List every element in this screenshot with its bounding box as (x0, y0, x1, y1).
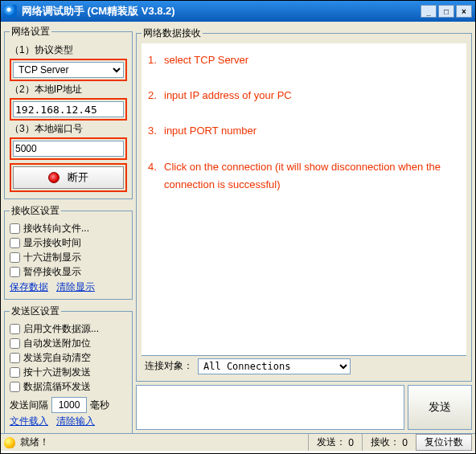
window-controls: _ □ × (421, 5, 472, 18)
instruction-2: 2.input IP address of your PC (148, 87, 460, 104)
recv-check-0[interactable]: 接收转向文件... (10, 221, 127, 235)
disconnect-button[interactable]: 断开 (13, 166, 124, 189)
send-check-0[interactable]: 启用文件数据源... (10, 321, 127, 336)
port-input[interactable] (13, 141, 124, 157)
send-check-1[interactable]: 自动发送附加位 (10, 336, 127, 350)
target-row: 连接对象： All Connections (142, 355, 466, 376)
recv-check-2[interactable]: 十六进制显示 (10, 250, 127, 264)
checkbox[interactable] (10, 252, 20, 263)
send-check-2[interactable]: 发送完自动清空 (10, 350, 127, 365)
content-area: 网络设置 （1）协议类型 TCP Server （2）本地IP地址 （3）本地端… (1, 22, 475, 433)
checkbox[interactable] (10, 238, 20, 248)
recv-area-group: 网络数据接收 1.select TCP Server 2.input IP ad… (136, 27, 472, 382)
status-ready: 就绪！ (20, 436, 49, 449)
status-recv: 接收： 0 (362, 434, 416, 451)
send-settings-legend: 发送区设置 (10, 305, 61, 318)
left-panel: 网络设置 （1）协议类型 TCP Server （2）本地IP地址 （3）本地端… (4, 25, 133, 430)
instruction-4: 4.Click on the connection (it will show … (148, 158, 460, 194)
ip-input[interactable] (13, 101, 124, 117)
checkbox[interactable] (10, 338, 20, 349)
network-settings-legend: 网络设置 (10, 25, 51, 39)
checkbox[interactable] (10, 223, 20, 234)
bulb-icon (4, 437, 15, 448)
target-label: 连接对象： (145, 359, 193, 373)
right-panel: 网络数据接收 1.select TCP Server 2.input IP ad… (136, 25, 472, 430)
recv-settings-legend: 接收区设置 (10, 204, 61, 218)
ip-highlight (10, 98, 127, 121)
send-interval-row: 发送间隔 毫秒 (10, 397, 127, 413)
protocol-label: （1）协议类型 (10, 43, 127, 57)
ip-label: （2）本地IP地址 (10, 83, 127, 96)
send-settings-group: 发送区设置 启用文件数据源... 自动发送附加位 发送完自动清空 按十六进制发送… (4, 305, 133, 434)
recv-check-3[interactable]: 暂停接收显示 (10, 264, 127, 279)
checkbox[interactable] (10, 382, 20, 392)
target-select[interactable]: All Connections (198, 358, 351, 374)
clear-input-link[interactable]: 清除输入 (56, 415, 95, 428)
send-check-4[interactable]: 数据流循环发送 (10, 379, 127, 394)
instruction-1: 1.select TCP Server (148, 51, 460, 69)
app-icon (4, 5, 17, 18)
protocol-select[interactable]: TCP Server (13, 62, 124, 78)
record-icon (48, 172, 60, 183)
port-label: （3）本地端口号 (10, 122, 127, 136)
title-bar: 网络调试助手 (CM精装版 V3.8.2) _ □ × (1, 1, 475, 22)
file-load-link[interactable]: 文件载入 (10, 415, 48, 428)
send-check-3[interactable]: 按十六进制发送 (10, 365, 127, 379)
minimize-button[interactable]: _ (421, 5, 437, 18)
instruction-3: 3.input PORT number (148, 122, 460, 140)
checkbox[interactable] (10, 353, 20, 363)
checkbox[interactable] (10, 267, 20, 277)
recv-check-1[interactable]: 显示接收时间 (10, 235, 127, 250)
recv-area-legend: 网络数据接收 (142, 27, 203, 40)
send-area: 发送 (136, 385, 472, 430)
reset-count-button[interactable]: 复位计数 (416, 434, 472, 451)
checkbox[interactable] (10, 367, 20, 378)
status-sent: 发送： 0 (308, 434, 362, 451)
recv-textbox[interactable]: 1.select TCP Server 2.input IP address o… (142, 43, 466, 355)
save-data-link[interactable]: 保存数据 (10, 280, 48, 294)
send-links: 文件载入 清除输入 (10, 415, 127, 428)
disconnect-label: 断开 (68, 170, 88, 185)
connect-highlight: 断开 (10, 163, 127, 192)
maximize-button[interactable]: □ (438, 5, 454, 18)
send-interval-label: 发送间隔 (10, 399, 48, 412)
window-title: 网络调试助手 (CM精装版 V3.8.2) (22, 4, 421, 18)
port-highlight (10, 137, 127, 160)
protocol-highlight: TCP Server (10, 59, 127, 81)
recv-links: 保存数据 清除显示 (10, 280, 127, 294)
checkbox[interactable] (10, 324, 20, 334)
send-interval-unit: 毫秒 (90, 399, 109, 412)
clear-display-link[interactable]: 清除显示 (56, 280, 95, 294)
recv-settings-group: 接收区设置 接收转向文件... 显示接收时间 十六进制显示 暂停接收显示 保存数… (4, 204, 133, 300)
send-interval-input[interactable] (51, 397, 87, 413)
send-textarea[interactable] (136, 385, 404, 430)
network-settings-group: 网络设置 （1）协议类型 TCP Server （2）本地IP地址 （3）本地端… (4, 25, 133, 199)
send-button[interactable]: 发送 (408, 385, 472, 430)
status-bar: 就绪！ 发送： 0 接收： 0 复位计数 (1, 433, 475, 451)
close-button[interactable]: × (456, 5, 472, 18)
